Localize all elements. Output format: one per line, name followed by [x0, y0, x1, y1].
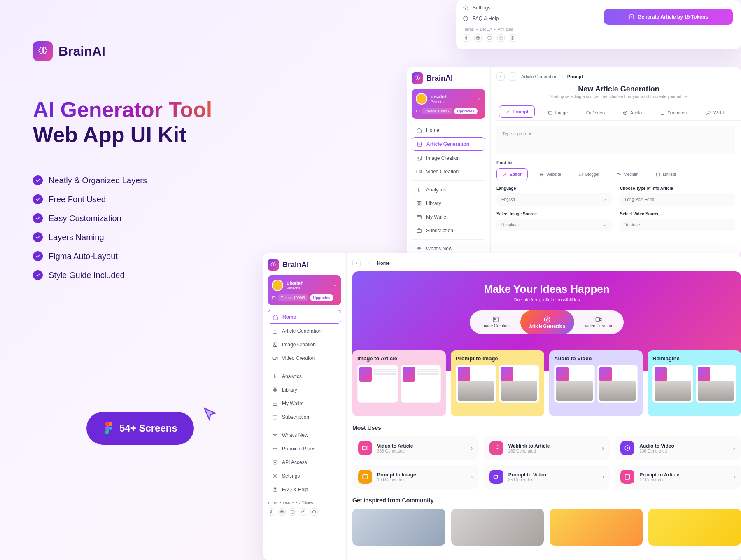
hero-tab-video[interactable]: Video Creation: [576, 313, 621, 331]
sidebar-item-whatsnew[interactable]: What's New: [268, 429, 341, 441]
link-affiliates[interactable]: Affiliates: [299, 501, 313, 505]
use-card[interactable]: Video to Article365 Generated›: [352, 436, 479, 460]
community-card[interactable]: [451, 509, 544, 546]
tool-card-image-to-article[interactable]: Image to Article: [352, 350, 446, 416]
sidebar-item-image[interactable]: Image Creation: [268, 338, 341, 351]
community-card[interactable]: [352, 509, 445, 546]
facebook-icon[interactable]: [463, 34, 470, 42]
edit-icon: [543, 316, 551, 323]
back-button[interactable]: [352, 259, 361, 267]
post-opt-editor[interactable]: Editor: [496, 168, 528, 180]
sidebar-item-faq[interactable]: FAQ & Help: [268, 483, 341, 496]
sidebar-item-settings[interactable]: Settings: [463, 2, 564, 13]
forward-button[interactable]: [365, 259, 373, 267]
sidebar-item-analytics[interactable]: Analytics: [412, 183, 485, 196]
svg-point-27: [618, 173, 620, 175]
sidebar-item-premium[interactable]: Premium Plans: [268, 442, 341, 455]
svg-rect-21: [548, 111, 552, 114]
sidebar-item-video[interactable]: Video Creation: [268, 352, 341, 364]
analytics-icon: [416, 187, 422, 193]
svg-rect-30: [272, 297, 275, 299]
language-select[interactable]: English: [496, 193, 612, 206]
link-affiliates[interactable]: Affiliates: [498, 27, 513, 32]
tab-audio[interactable]: Audio: [618, 105, 647, 120]
nav-label: Home: [282, 314, 296, 320]
tab-video[interactable]: Video: [581, 105, 610, 120]
sidebar-item-library[interactable]: Library: [268, 383, 341, 396]
messenger-icon[interactable]: [289, 508, 296, 516]
link-terms[interactable]: Terms: [463, 27, 474, 32]
type-select[interactable]: Long Post Form: [620, 193, 735, 206]
post-opt-medium[interactable]: Medium: [611, 168, 644, 180]
tab-prompt[interactable]: Prompt: [499, 105, 535, 118]
crumb-parent[interactable]: Article Generation: [521, 74, 557, 79]
link-dmca[interactable]: DMCA: [480, 27, 492, 32]
community-card[interactable]: [648, 509, 741, 546]
whatsapp-icon[interactable]: [509, 34, 516, 42]
wallet-icon: [272, 400, 278, 406]
nav-label: Video Creation: [426, 169, 459, 175]
generate-article-button[interactable]: Generate Article by 15 Tokens: [604, 9, 733, 25]
vidsrc-select[interactable]: Youtube: [620, 219, 735, 231]
post-opt-website[interactable]: Website: [534, 168, 567, 180]
tool-card-audio-to-video[interactable]: Audio to Video: [549, 350, 643, 416]
sidebar-item-faq[interactable]: FAQ & Help: [463, 13, 564, 24]
post-opt-linkedin[interactable]: LinkedI: [650, 168, 682, 180]
sidebar-item-api[interactable]: API Access: [268, 456, 341, 469]
sidebar-item-subscription[interactable]: Subscription: [412, 224, 485, 237]
nav-label: Image Creation: [282, 342, 316, 348]
use-card[interactable]: Weblink to Article282 Generated›: [484, 436, 610, 460]
tab-weblink[interactable]: Webl: [701, 105, 729, 120]
sidebar-item-home[interactable]: Home: [268, 310, 341, 324]
imgsrc-label: Select Image Source: [496, 212, 612, 216]
user-card[interactable]: uisalehPersonal Tokens 100/45 Upgrades: [412, 89, 485, 119]
sidebar-item-image[interactable]: Image Creation: [412, 152, 485, 164]
community-card[interactable]: [550, 509, 643, 546]
facebook-icon[interactable]: [268, 508, 275, 516]
svg-rect-37: [273, 390, 275, 392]
instagram-icon[interactable]: [278, 508, 286, 516]
use-card[interactable]: Prompt to Image109 Generated›: [352, 465, 479, 489]
sidebar-item-analytics[interactable]: Analytics: [268, 370, 341, 383]
use-card[interactable]: Prompt to Article17 Generated›: [615, 465, 741, 489]
user-card[interactable]: uisalehPersonal Tokens 100/45 Upgrades: [268, 275, 341, 305]
forward-button[interactable]: [509, 72, 517, 81]
sidebar-item-wallet[interactable]: My Wallet: [268, 397, 341, 410]
use-card[interactable]: Audio to Video136 Generated›: [615, 436, 741, 460]
youtube-icon[interactable]: [497, 34, 505, 42]
audio-icon: [620, 441, 634, 455]
post-opt-blogger[interactable]: Blogger: [573, 168, 605, 180]
sidebar-item-article[interactable]: Article Generation: [268, 324, 341, 337]
sidebar-item-settings[interactable]: Settings: [268, 469, 341, 482]
link-terms[interactable]: Terms: [268, 501, 278, 505]
messenger-icon[interactable]: [486, 34, 493, 42]
tab-document[interactable]: Document: [655, 105, 693, 120]
sidebar-item-home[interactable]: Home: [412, 124, 485, 136]
use-card[interactable]: Prompt to Video85 Generated›: [484, 465, 610, 489]
sidebar-item-wallet[interactable]: My Wallet: [412, 210, 485, 223]
tab-image[interactable]: Image: [543, 105, 573, 120]
prompt-input[interactable]: Type a prompt ...: [496, 126, 735, 154]
instagram-icon[interactable]: [474, 34, 482, 42]
hero-tab-article[interactable]: Article Generation: [520, 310, 574, 334]
back-button[interactable]: [496, 72, 505, 81]
youtube-icon[interactable]: [300, 508, 307, 516]
link-dmca[interactable]: DMCA: [283, 501, 294, 505]
svg-rect-22: [586, 112, 589, 114]
footer-links: Terms • DMCA • Affiliates: [268, 501, 341, 505]
whatsapp-icon[interactable]: [310, 508, 318, 516]
sidebar-item-subscription[interactable]: Subscription: [268, 411, 341, 423]
upgrade-button[interactable]: Upgrades: [454, 108, 478, 114]
breadcrumb: Article Generation › Prompt: [496, 72, 741, 81]
upgrade-button[interactable]: Upgrades: [310, 294, 334, 301]
svg-point-4: [477, 37, 478, 38]
type-label: Choose Type of Info Article: [620, 186, 735, 191]
imgsrc-select[interactable]: Unsplash: [496, 219, 612, 231]
sidebar-item-video[interactable]: Video Creation: [412, 165, 485, 178]
hero-tab-image[interactable]: Image Creation: [472, 313, 518, 331]
sidebar-item-library[interactable]: Library: [412, 197, 485, 210]
tool-card-prompt-to-image[interactable]: Prompt to Image: [451, 350, 544, 416]
sidebar-item-article[interactable]: Article Generation: [412, 137, 485, 151]
opt-label: Website: [546, 172, 561, 177]
tool-card-reimagine[interactable]: Reimagine: [648, 350, 741, 416]
